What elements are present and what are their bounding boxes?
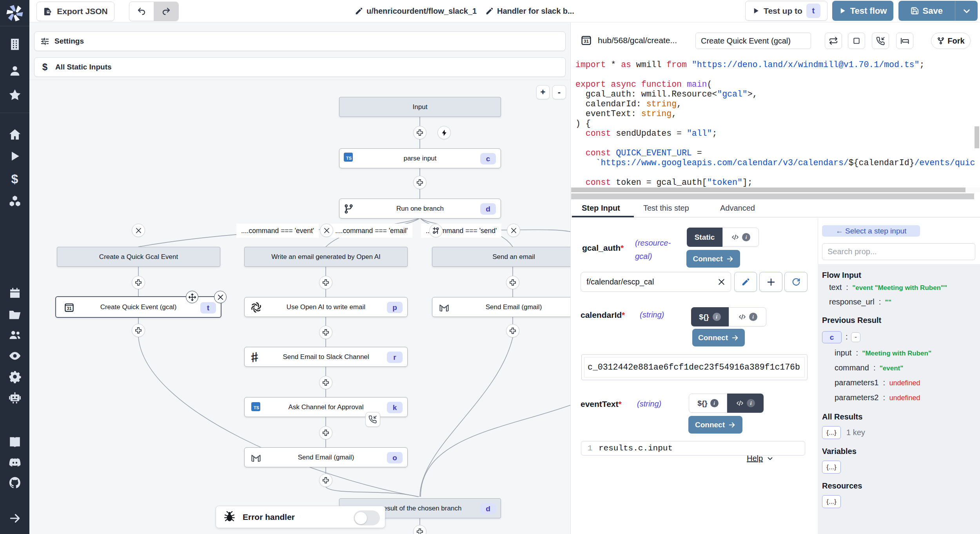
svg-text:31: 31 <box>584 39 589 44</box>
